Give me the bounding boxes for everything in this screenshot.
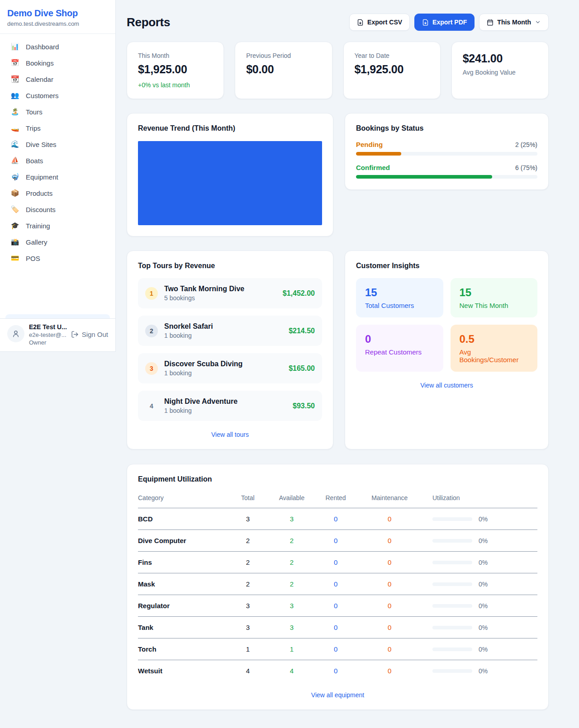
utilization-bar <box>432 582 472 586</box>
status-label: Confirmed <box>356 164 390 171</box>
view-all-customers-link[interactable]: View all customers <box>356 382 537 389</box>
status-label: Pending <box>356 141 383 148</box>
rank-badge: 4 <box>145 400 158 412</box>
header-actions: Export CSV Export PDF This Month <box>349 14 549 31</box>
cell-available: 2 <box>270 530 313 552</box>
sidebar-item-label: Bookings <box>26 59 54 67</box>
sidebar-item-training[interactable]: 🎓 Training <box>5 217 110 234</box>
cell-maintenance: 0 <box>358 573 422 595</box>
utilization-bar <box>432 561 472 564</box>
tile-total-customers: 15 Total Customers <box>356 278 443 317</box>
sidebar-item-customers[interactable]: 👥 Customers <box>5 87 110 104</box>
cell-category: Mask <box>138 573 226 595</box>
sidebar-item-bookings[interactable]: 📅 Bookings <box>5 55 110 71</box>
bookings-by-status-panel: Bookings by Status Pending 2 (25%) Confi… <box>345 113 549 190</box>
revenue-trend-title: Revenue Trend (This Month) <box>138 124 322 132</box>
utilization-percent: 0% <box>479 624 488 631</box>
sidebar-item-tours[interactable]: 🏝️ Tours <box>5 104 110 120</box>
stat-label: Previous Period <box>246 52 321 59</box>
sidebar-item-label: Discounts <box>26 206 56 213</box>
sidebar-item-label: Equipment <box>26 173 58 181</box>
export-pdf-button[interactable]: Export PDF <box>414 14 475 31</box>
tour-bookings: 5 bookings <box>164 294 276 302</box>
table-row: Tank 3 3 0 0 0% <box>138 617 537 638</box>
sailboat-icon: ⛵ <box>10 156 20 165</box>
package-icon: 📦 <box>10 189 20 197</box>
cell-rented: 0 <box>314 595 358 617</box>
utilization-bar <box>432 517 472 521</box>
table-header-row: Category Total Available Rented Maintena… <box>138 490 537 508</box>
view-all-equipment-link[interactable]: View all equipment <box>138 691 537 699</box>
cell-total: 3 <box>226 617 270 638</box>
bookings-calendar-icon: 📅 <box>10 59 20 67</box>
customer-insights-panel: Customer Insights 15 Total Customers 15 … <box>345 251 549 449</box>
customer-insights-title: Customer Insights <box>356 262 537 270</box>
column-header: Available <box>270 490 313 508</box>
sidebar-item-products[interactable]: 📦 Products <box>5 185 110 201</box>
sidebar-item-dashboard[interactable]: 📊 Dashboard <box>5 38 110 55</box>
tour-name: Night Dive Adventure <box>164 397 286 406</box>
sidebar-user-section: E2E Test U... e2e-tester@... Owner Sign … <box>0 318 115 351</box>
sidebar-item-equipment[interactable]: 🤿 Equipment <box>5 169 110 185</box>
sidebar-item-calendar[interactable]: 📆 Calendar <box>5 71 110 87</box>
tour-name: Discover Scuba Diving <box>164 360 282 368</box>
sidebar-item-pos[interactable]: 💳 POS <box>5 250 110 266</box>
list-item: 3 Discover Scuba Diving 1 booking $165.0… <box>138 353 322 383</box>
column-header: Maintenance <box>358 490 422 508</box>
stat-value: $1,925.00 <box>138 63 213 76</box>
stat-card-this-month: This Month $1,925.00 +0% vs last month <box>127 42 224 99</box>
list-item: 4 Night Dive Adventure 1 booking $93.50 <box>138 391 322 421</box>
cell-total: 2 <box>226 552 270 573</box>
utilization-bar <box>432 539 472 543</box>
stat-label: Avg Booking Value <box>463 69 537 76</box>
tile-value: 0 <box>365 333 434 345</box>
sign-out-button[interactable]: Sign Out <box>71 331 108 338</box>
stats-row: This Month $1,925.00 +0% vs last month P… <box>127 42 549 99</box>
sidebar-item-trips[interactable]: 🚤 Trips <box>5 120 110 136</box>
sidebar-item-label: Calendar <box>26 76 53 83</box>
stat-card-avg-booking-value: $241.00 Avg Booking Value <box>451 42 549 99</box>
cell-total: 2 <box>226 530 270 552</box>
cell-maintenance: 0 <box>358 552 422 573</box>
table-row: Fins 2 2 0 0 0% <box>138 552 537 573</box>
cell-maintenance: 0 <box>358 638 422 660</box>
stat-delta: +0% vs last month <box>138 81 213 89</box>
camera-icon: 📸 <box>10 238 20 246</box>
sidebar-item-discounts[interactable]: 🏷️ Discounts <box>5 201 110 217</box>
sidebar-item-boats[interactable]: ⛵ Boats <box>5 152 110 169</box>
export-csv-button[interactable]: Export CSV <box>349 14 410 31</box>
utilization-bar <box>432 604 472 608</box>
tour-name: Snorkel Safari <box>164 322 282 331</box>
top-tours-title: Top Tours by Revenue <box>138 262 322 270</box>
column-header: Utilization <box>422 490 537 508</box>
tile-label: Repeat Customers <box>365 348 434 356</box>
user-email: e2e-tester@... <box>29 331 71 338</box>
tile-avg-bookings-customer: 0.5 Avg Bookings/Customer <box>451 325 538 372</box>
cell-category: Regulator <box>138 595 226 617</box>
column-header: Total <box>226 490 270 508</box>
cell-maintenance: 0 <box>358 660 422 682</box>
user-icon <box>12 330 20 338</box>
period-dropdown[interactable]: This Month <box>479 14 549 31</box>
sidebar-item-label: Gallery <box>26 238 47 246</box>
rank-badge: 3 <box>145 362 158 375</box>
file-download-icon <box>357 19 364 26</box>
table-row: Mask 2 2 0 0 0% <box>138 573 537 595</box>
cell-available: 1 <box>270 638 313 660</box>
view-all-tours-link[interactable]: View all tours <box>138 431 322 438</box>
cell-available: 3 <box>270 617 313 638</box>
page-header: Reports Export CSV Export PDF This Month <box>127 14 549 31</box>
tour-revenue: $1,452.00 <box>283 289 315 298</box>
sidebar-item-dive-sites[interactable]: 🌊 Dive Sites <box>5 136 110 152</box>
stat-label: Year to Date <box>355 52 429 59</box>
sidebar-header: Demo Dive Shop demo.test.divestreams.com <box>0 0 115 34</box>
status-row-confirmed: Confirmed 6 (75%) <box>356 164 537 179</box>
cell-category: Dive Computer <box>138 530 226 552</box>
utilization-percent: 0% <box>479 515 488 523</box>
main-content: Reports Export CSV Export PDF This Month… <box>127 0 549 710</box>
bookings-by-status-title: Bookings by Status <box>356 124 537 132</box>
rank-badge: 2 <box>145 325 158 337</box>
sidebar-item-label: Dive Sites <box>26 141 57 148</box>
sidebar-item-gallery[interactable]: 📸 Gallery <box>5 234 110 250</box>
cell-total: 2 <box>226 573 270 595</box>
